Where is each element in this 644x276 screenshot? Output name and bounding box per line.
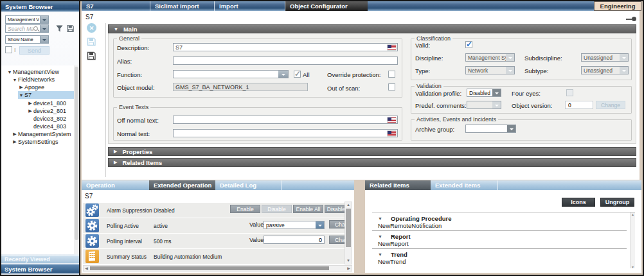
chevron-down-icon[interactable]: [40, 35, 49, 44]
scrollbar-thumb[interactable]: [346, 209, 351, 247]
section-main-header[interactable]: ▼Main: [108, 24, 636, 33]
save-search-icon[interactable]: [66, 24, 75, 33]
enable-button[interactable]: Enable: [230, 205, 260, 213]
tab-import[interactable]: Import: [215, 1, 285, 11]
tree-item-s7[interactable]: ▼S7: [1, 91, 74, 99]
tree-item-apogee[interactable]: ▶Apogee: [1, 83, 74, 91]
expand-arrow-icon[interactable]: ▼: [18, 93, 24, 98]
tab-object-configurator[interactable]: Object Configurator: [285, 1, 368, 11]
group-trend[interactable]: ▼Trend: [372, 250, 635, 258]
operation-horizontal-scrollbar[interactable]: ◀▶: [83, 265, 352, 272]
chevron-down-icon: [620, 67, 628, 74]
chevron-down-icon[interactable]: [492, 89, 501, 96]
group-operating-procedure[interactable]: ▼Operating Procedure: [372, 214, 635, 222]
scrollbar-thumb[interactable]: [90, 266, 329, 270]
send-button[interactable]: Send: [19, 46, 49, 55]
collapse-arrow-icon[interactable]: ▼: [378, 216, 391, 221]
list-item[interactable]: NewReport: [372, 240, 635, 247]
save-icon[interactable]: [87, 37, 96, 46]
tab-siclimat-import[interactable]: Siclimat Import: [150, 1, 215, 11]
normal-text-field[interactable]: [173, 129, 398, 137]
display-mode-dropdown[interactable]: Show Name: [5, 35, 40, 44]
tab-related-items[interactable]: Related Items: [365, 180, 431, 190]
system-browser-tab[interactable]: System Browser: [1, 264, 79, 273]
tab-extended-items[interactable]: Extended Items: [431, 180, 497, 190]
chevron-down-icon[interactable]: [278, 71, 288, 78]
validation-profile-dropdown[interactable]: Disabled: [467, 89, 501, 97]
expand-arrow-icon[interactable]: ▶: [18, 85, 24, 90]
change-button[interactable]: Change: [329, 236, 344, 244]
off-normal-text-field[interactable]: [173, 116, 398, 124]
tab-detailed-log[interactable]: Detailed Log: [215, 180, 281, 190]
tree-item-device3[interactable]: device3_802: [1, 115, 74, 123]
tree-item-systemsettings[interactable]: ▶SystemSettings: [1, 138, 74, 146]
description-field[interactable]: [173, 43, 398, 51]
enable-all-button[interactable]: Enable All: [293, 205, 323, 213]
four-eyes-label: Four eyes:: [512, 90, 541, 97]
icons-button[interactable]: Icons: [562, 198, 595, 207]
tab-operation[interactable]: Operation: [82, 180, 149, 190]
section-related-items-header[interactable]: ▶Related Items: [108, 158, 636, 167]
expand-arrow-icon[interactable]: ▼: [12, 78, 18, 82]
send-checkbox[interactable]: [5, 46, 12, 53]
tree-item-device1[interactable]: ▶device1_800: [1, 99, 74, 107]
expand-arrow-icon[interactable]: ▶: [27, 108, 33, 114]
four-eyes-checkbox[interactable]: [566, 89, 573, 96]
tab-extended-operation[interactable]: Extended Operation: [149, 180, 215, 190]
expand-arrow-icon[interactable]: ▶: [27, 101, 33, 106]
alias-field[interactable]: [173, 56, 398, 65]
list-item[interactable]: NewTrend: [372, 258, 635, 265]
close-icon[interactable]: ✕: [87, 23, 96, 33]
tree-item-device2[interactable]: ▶device2_801: [1, 107, 74, 115]
save-as-icon[interactable]: [87, 51, 96, 60]
disable-all-button[interactable]: Disable All: [325, 205, 344, 213]
out-of-scan-checkbox[interactable]: [388, 83, 395, 91]
collapse-arrow-icon[interactable]: ▼: [378, 234, 391, 239]
language-flag-icon[interactable]: [388, 117, 396, 123]
tree-item-fieldnetworks[interactable]: ▼FieldNetworks: [1, 76, 74, 83]
all-checkbox[interactable]: [294, 71, 301, 78]
collapse-arrow-icon[interactable]: ▼: [378, 252, 391, 257]
filter-icon[interactable]: [55, 24, 64, 33]
section-properties-header[interactable]: ▶Properties: [108, 147, 636, 156]
language-flag-icon[interactable]: [388, 131, 396, 136]
change-version-button[interactable]: Change: [596, 101, 625, 109]
scrollbar-thumb[interactable]: [75, 67, 78, 240]
chevron-down-icon[interactable]: [40, 15, 49, 24]
list-item[interactable]: NewRemoteNotification: [372, 222, 635, 229]
disable-button[interactable]: Disable: [262, 205, 292, 213]
chevron-down-icon[interactable]: [316, 221, 324, 229]
related-items-scrollbar[interactable]: [630, 212, 635, 268]
subdiscipline-dropdown[interactable]: Unassigned: [581, 53, 629, 62]
polling-interval-value-field[interactable]: 0: [264, 236, 325, 244]
subtype-dropdown[interactable]: Unassigned: [581, 66, 629, 74]
override-protection-checkbox[interactable]: [388, 71, 395, 78]
operation-vertical-scrollbar[interactable]: ▲▼: [344, 202, 352, 264]
search-box[interactable]: [5, 24, 40, 33]
polling-active-value-dropdown[interactable]: passive: [264, 221, 325, 229]
language-flag-icon[interactable]: [388, 45, 396, 50]
group-report[interactable]: ▼Report: [372, 232, 635, 240]
ungroup-button[interactable]: Ungroup: [600, 198, 634, 207]
function-dropdown[interactable]: [173, 70, 289, 78]
discipline-dropdown[interactable]: Management Sys: [465, 53, 515, 62]
tree-item-managementsystem[interactable]: ▶ManagementSystem: [1, 130, 74, 138]
expand-arrow-icon[interactable]: ▶: [12, 132, 18, 137]
archive-group-dropdown[interactable]: [465, 125, 516, 133]
expand-arrow-icon[interactable]: ▶: [12, 139, 18, 144]
change-button[interactable]: Change: [329, 220, 344, 229]
recently-viewed-bar[interactable]: Recently Viewed: [1, 255, 79, 263]
tree-item-device4[interactable]: device4_803: [1, 123, 74, 130]
pin-icon[interactable]: [626, 17, 636, 21]
tree-item-managementview[interactable]: ▼ManagementView: [1, 68, 74, 76]
tab-s7[interactable]: S7: [82, 1, 150, 11]
view-selector-dropdown[interactable]: Management V: [5, 15, 40, 24]
tree-scrollbar[interactable]: [74, 65, 79, 254]
engineering-mode-button[interactable]: Engineering: [594, 1, 641, 11]
chevron-down-icon[interactable]: [507, 125, 515, 132]
expand-arrow-icon[interactable]: ▼: [6, 70, 13, 74]
predef-comments-dropdown[interactable]: [467, 101, 501, 109]
valid-checkbox[interactable]: [465, 41, 472, 48]
type-dropdown[interactable]: Network: [465, 66, 515, 74]
chevron-down-icon[interactable]: [40, 24, 49, 33]
